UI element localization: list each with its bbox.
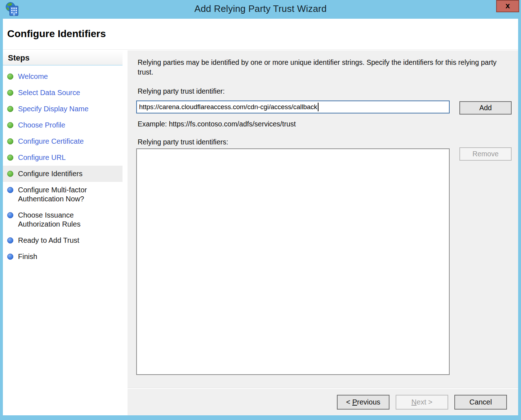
window-body: Configure Identifiers Steps Welcome Sele…: [3, 19, 518, 415]
sidebar-item-configure-multi-factor-authentication-now[interactable]: Configure Multi-factor Authentication No…: [3, 182, 123, 207]
sidebar-item-configure-url[interactable]: Configure URL: [3, 149, 123, 166]
step-status-bullet-icon: [7, 73, 13, 80]
step-label: Configure Identifiers: [18, 169, 83, 178]
step-status-bullet-icon: [7, 212, 13, 218]
step-status-bullet-icon: [7, 90, 13, 96]
cancel-button[interactable]: Cancel: [454, 395, 507, 410]
sidebar-item-configure-certificate[interactable]: Configure Certificate: [3, 133, 123, 149]
main-panel: Relying parties may be identified by one…: [125, 50, 518, 415]
sidebar-item-welcome[interactable]: Welcome: [3, 68, 123, 85]
step-status-bullet-icon: [7, 187, 13, 193]
window-title: Add Relying Party Trust Wizard: [0, 3, 521, 14]
footer-button-bar: < Previous Next > Cancel: [128, 389, 518, 415]
sidebar-item-select-data-source[interactable]: Select Data Source: [3, 85, 123, 101]
step-label: Specify Display Name: [18, 104, 89, 113]
step-label: Finish: [18, 252, 37, 261]
identifiers-list-label: Relying party trust identifiers:: [138, 138, 228, 146]
steps-list: Welcome Select Data Source Specify Displ…: [3, 66, 123, 265]
step-label: Select Data Source: [18, 88, 80, 97]
step-label: Configure Multi-factor Authentication No…: [18, 186, 115, 204]
page-header: Configure Identifiers: [3, 19, 518, 50]
identifiers-listbox[interactable]: [136, 148, 450, 375]
sidebar-item-choose-issuance-authorization-rules[interactable]: Choose Issuance Authorization Rules: [3, 207, 123, 232]
step-label: Choose Profile: [18, 121, 65, 130]
identifier-input[interactable]: https://carena.cloudflareaccess.com/cdn-…: [136, 100, 450, 113]
title-bar: Add Relying Party Trust Wizard x: [0, 0, 521, 19]
next-button[interactable]: Next >: [396, 395, 448, 410]
identifier-input-label: Relying party trust identifier:: [138, 87, 225, 95]
step-label: Choose Issuance Authorization Rules: [18, 211, 115, 229]
step-status-bullet-icon: [7, 171, 13, 177]
sidebar-item-specify-display-name[interactable]: Specify Display Name: [3, 101, 123, 117]
identifier-example-text: Example: https://fs.contoso.com/adfs/ser…: [138, 120, 296, 128]
steps-header: Steps: [3, 50, 123, 66]
previous-button[interactable]: < Previous: [337, 395, 389, 410]
sidebar-item-ready-to-add-trust[interactable]: Ready to Add Trust: [3, 232, 123, 249]
step-status-bullet-icon: [7, 254, 13, 260]
wizard-window: Add Relying Party Trust Wizard x Configu…: [0, 0, 521, 420]
page-title: Configure Identifiers: [7, 28, 106, 40]
step-label: Configure URL: [18, 153, 66, 162]
text-caret: [318, 103, 319, 111]
sidebar-item-finish[interactable]: Finish: [3, 249, 123, 265]
sidebar-item-configure-identifiers[interactable]: Configure Identifiers: [3, 166, 123, 182]
step-status-bullet-icon: [7, 122, 13, 128]
step-label: Ready to Add Trust: [18, 236, 79, 245]
add-button[interactable]: Add: [459, 101, 512, 115]
sidebar-item-choose-profile[interactable]: Choose Profile: [3, 117, 123, 133]
step-status-bullet-icon: [7, 138, 13, 144]
remove-button[interactable]: Remove: [459, 147, 512, 161]
step-label: Welcome: [18, 72, 48, 81]
close-button[interactable]: x: [496, 0, 519, 12]
step-status-bullet-icon: [7, 237, 13, 243]
step-status-bullet-icon: [7, 106, 13, 112]
steps-sidebar: Steps Welcome Select Data Source Specify…: [3, 50, 123, 415]
step-label: Configure Certificate: [18, 137, 84, 146]
page-description: Relying parties may be identified by one…: [138, 58, 513, 77]
step-status-bullet-icon: [7, 155, 13, 161]
identifier-input-value: https://carena.cloudflareaccess.com/cdn-…: [139, 103, 317, 111]
